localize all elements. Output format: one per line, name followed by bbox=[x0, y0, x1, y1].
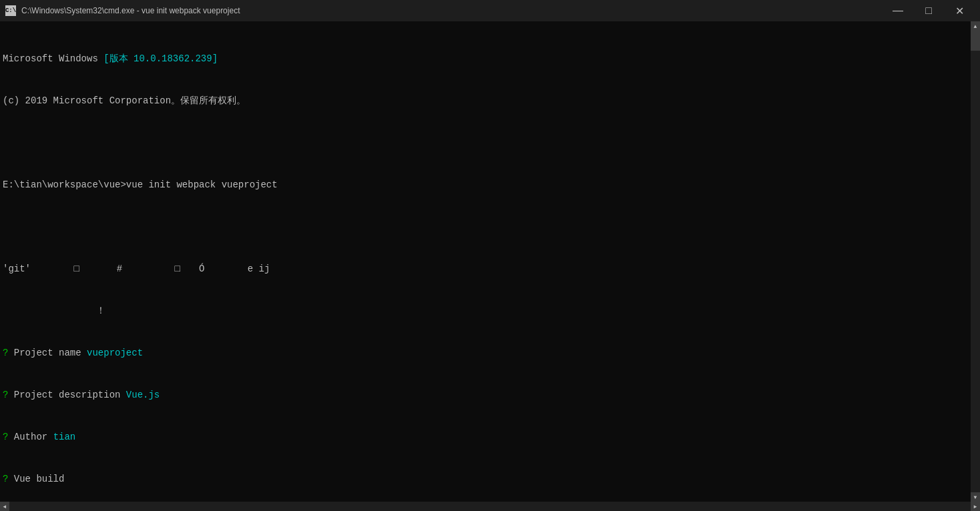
terminal-body: Microsoft Windows [版本 10.0.18362.239] (c… bbox=[0, 21, 980, 502]
minimize-button[interactable]: — bbox=[883, 0, 913, 21]
title-bar-controls: — □ ✕ bbox=[883, 0, 975, 21]
close-button[interactable]: ✕ bbox=[944, 0, 975, 21]
terminal-line-4: E:\tian\workspace\vue>vue init webpack v… bbox=[3, 178, 968, 192]
terminal-line-1: Microsoft Windows [版本 10.0.18362.239] bbox=[3, 52, 968, 66]
terminal-line-6: 'git' □ # □ Ó e ij bbox=[3, 262, 968, 276]
terminal-line-10: ? Author tian bbox=[3, 430, 968, 444]
terminal-line-11: ? Vue build bbox=[3, 472, 968, 486]
terminal-line-5 bbox=[3, 220, 968, 234]
terminal-line-9: ? Project description Vue.js bbox=[3, 388, 968, 402]
terminal-line-8: ? Project name vueproject bbox=[3, 346, 968, 360]
title-bar-text: C:\Windows\System32\cmd.exe - vue init w… bbox=[21, 6, 883, 15]
maximize-button[interactable]: □ bbox=[913, 0, 944, 21]
scroll-thumb[interactable] bbox=[971, 31, 980, 51]
terminal-content[interactable]: Microsoft Windows [版本 10.0.18362.239] (c… bbox=[0, 21, 971, 502]
terminal-line-2: (c) 2019 Microsoft Corporation。保留所有权利。 bbox=[3, 94, 968, 108]
scroll-right-button[interactable]: ► bbox=[971, 502, 980, 511]
cmd-window: C:\ C:\Windows\System32\cmd.exe - vue in… bbox=[0, 0, 980, 511]
scroll-down-button[interactable]: ▼ bbox=[971, 492, 980, 502]
terminal-line-3 bbox=[3, 136, 968, 150]
horizontal-scrollbar: ◄ ► bbox=[0, 502, 980, 511]
scroll-track[interactable] bbox=[971, 31, 980, 492]
scroll-left-button[interactable]: ◄ bbox=[0, 502, 9, 511]
terminal-line-7: ！ bbox=[3, 304, 968, 318]
horizontal-scroll-track[interactable] bbox=[9, 502, 971, 511]
vertical-scrollbar: ▲ ▼ bbox=[971, 21, 980, 502]
title-bar: C:\ C:\Windows\System32\cmd.exe - vue in… bbox=[0, 0, 980, 21]
window-icon: C:\ bbox=[5, 5, 16, 16]
scroll-up-button[interactable]: ▲ bbox=[971, 21, 980, 31]
